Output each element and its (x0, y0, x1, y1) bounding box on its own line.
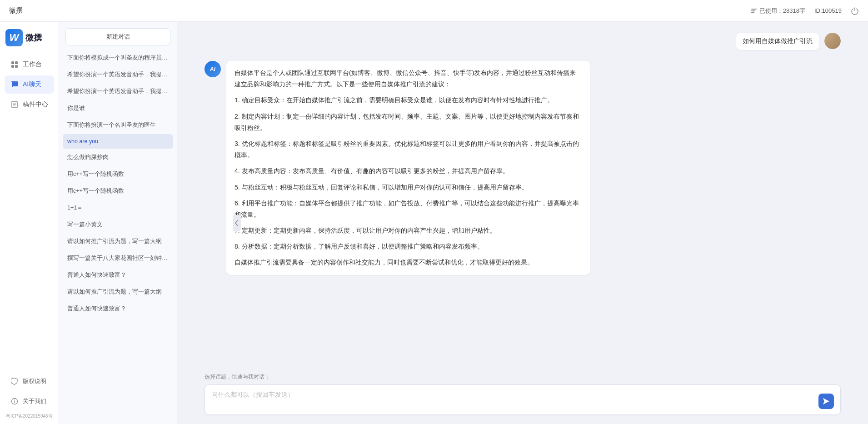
svg-rect-5 (11, 65, 14, 68)
conversation-item[interactable]: 普通人如何快速致富？ (63, 301, 173, 317)
conversation-item[interactable]: 撰写一篇关于八大家花园社区一刻钟便民生... (63, 250, 173, 266)
conversation-item[interactable]: 你是谁 (63, 100, 173, 116)
send-button[interactable] (818, 394, 834, 409)
conversation-item[interactable]: who are you (63, 134, 173, 149)
info-icon (10, 397, 19, 406)
chat-icon (10, 80, 19, 89)
sidebar-item-workbench[interactable]: 工作台 (5, 55, 54, 74)
svg-rect-0 (751, 9, 757, 10)
ai-avatar: AI (205, 61, 221, 77)
conversation-item[interactable]: 写一篇小黄文 (63, 217, 173, 233)
workbench-label: 工作台 (23, 60, 42, 69)
logo-icon: W (5, 29, 23, 46)
svg-rect-4 (15, 61, 18, 64)
ai-message-paragraph: 8. 分析数据：定期分析数据，了解用户反馈和喜好，以便调整推广策略和内容发布频率… (234, 241, 582, 252)
grid-icon (10, 60, 19, 69)
topbar: 微撰 已使用：28318字 ID:100519 (0, 0, 868, 22)
shield-icon (10, 377, 19, 386)
user-message-bubble: 如何用自媒体做推广引流 (736, 33, 819, 50)
topbar-usage: 已使用：28318字 (750, 7, 805, 15)
conversation-item[interactable]: 请以如何推广引流为题，写一篇大纲 (63, 284, 173, 300)
about-label: 关于我们 (23, 397, 46, 405)
ai-message-paragraph: 4. 发布高质量内容：发布高质量、有价值、有趣的内容可以吸引更多的粉丝，并提高用… (234, 165, 582, 177)
ai-message-paragraph: 自媒体平台是个人或团队通过互联网平台(如博客、微博、微信公众号、抖音、快手等)发… (234, 67, 582, 90)
conversation-item[interactable]: 下面你将模拟成一个叫圣友的程序员，我说... (63, 50, 173, 66)
svg-rect-6 (15, 65, 18, 68)
ai-message-paragraph: 1. 确定目标受众：在开始自媒体推广引流之前，需要明确目标受众是谁，以便在发布内… (234, 95, 582, 106)
ai-message-paragraph: 2. 制定内容计划：制定一份详细的内容计划，包括发布时间、频率、主题、文案、图片… (234, 111, 582, 134)
sidebar-item-drafts[interactable]: 稿件中心 (5, 95, 54, 114)
chat-input[interactable] (211, 389, 814, 410)
drafts-label: 稿件中心 (23, 100, 48, 109)
left-nav: W 微撰 工作台 (0, 22, 59, 424)
usage-text: 已使用：28318字 (759, 7, 805, 15)
logo-text: 微撰 (25, 32, 42, 43)
ai-message-paragraph: 自媒体推广引流需要具备一定的内容创作和社交能力，同时也需要不断尝试和优化，才能取… (234, 257, 582, 268)
conv-sidebar: 新建对话 下面你将模拟成一个叫圣友的程序员，我说...希望你扮演一个英语发音助手… (59, 22, 177, 424)
nav-items: 工作台 AI聊天 稿件 (0, 55, 59, 372)
ai-chat-label: AI聊天 (23, 80, 41, 89)
word-count-icon (750, 7, 758, 15)
conversation-item[interactable]: 用c++写一个随机函数 (63, 166, 173, 182)
message-row: 如何用自媒体做推广引流 (205, 33, 841, 50)
icp-text: 粤ICP备2022015946号 (0, 410, 59, 419)
sidebar-item-ai-chat[interactable]: AI聊天 (5, 75, 54, 94)
topbar-right: 已使用：28318字 ID:100519 (750, 7, 859, 15)
sidebar-item-copyright[interactable]: 版权说明 (5, 372, 54, 390)
user-id: ID:100519 (814, 7, 842, 14)
user-avatar (824, 33, 841, 49)
file-icon (10, 100, 19, 109)
power-icon[interactable] (851, 7, 859, 15)
nav-bottom: 版权说明 关于我们 (0, 372, 59, 410)
conversation-item[interactable]: 用c++写一个随机函数 (63, 183, 173, 199)
conversation-item[interactable]: 1+1＝ (63, 200, 173, 216)
chat-area: 如何用自媒体做推广引流AI自媒体平台是个人或团队通过互联网平台(如博客、微博、微… (177, 22, 868, 424)
sidebar-item-about[interactable]: 关于我们 (5, 392, 54, 410)
conversation-list: 下面你将模拟成一个叫圣友的程序员，我说...希望你扮演一个英语发音助手，我提供给… (59, 50, 177, 424)
conversation-item[interactable]: 怎么做狗屎炒肉 (63, 150, 173, 165)
conversation-item[interactable]: 普通人如何快速致富？ (63, 267, 173, 283)
copyright-label: 版权说明 (23, 377, 46, 385)
conversation-item[interactable]: 下面你将扮演一个名叫圣友的医生 (63, 117, 173, 133)
conversation-item[interactable]: 希望你扮演一个英语发音助手，我提供给你... (63, 67, 173, 83)
topbar-title: 微撰 (9, 6, 23, 15)
collapse-sidebar-button[interactable] (233, 215, 241, 231)
ai-message-bubble: 自媒体平台是个人或团队通过互联网平台(如博客、微博、微信公众号、抖音、快手等)发… (226, 61, 590, 275)
conversation-item[interactable]: 请以如何推广引流为题，写一篇大纲 (63, 234, 173, 249)
chat-input-area: 选择话题，快速与我对话： (177, 373, 868, 424)
ai-message-paragraph: 6. 利用平台推广功能：自媒体平台都提供了推广功能，如广告投放、付费推广等，可以… (234, 198, 582, 220)
new-conversation-button[interactable]: 新建对话 (65, 28, 170, 45)
svg-rect-3 (11, 61, 14, 64)
svg-rect-1 (751, 10, 755, 11)
logo-area: W 微撰 (0, 22, 59, 55)
ai-message-paragraph: 3. 优化标题和标签：标题和标签是吸引粉丝的重要因素。优化标题和标签可以让更多的… (234, 138, 582, 161)
logo-letter: W (10, 32, 19, 44)
svg-rect-2 (751, 12, 754, 13)
ai-message-paragraph: 5. 与粉丝互动：积极与粉丝互动，回复评论和私信，可以增加用户对你的认可和信任，… (234, 182, 582, 193)
message-row: AI自媒体平台是个人或团队通过互联网平台(如博客、微博、微信公众号、抖音、快手等… (205, 61, 841, 275)
main-layout: W 微撰 工作台 (0, 22, 868, 424)
send-icon (822, 397, 830, 405)
svg-point-13 (14, 399, 15, 400)
ai-message-paragraph: 7. 定期更新：定期更新内容，保持活跃度，可以让用户对你的内容产生兴趣，增加用户… (234, 225, 582, 236)
quick-topics-label: 选择话题，快速与我对话： (205, 373, 841, 381)
input-box (205, 384, 841, 415)
ai-avatar-label: AI (210, 66, 215, 72)
conversation-item[interactable]: 希望你扮演一个英语发音助手，我提供给你... (63, 84, 173, 100)
chat-messages: 如何用自媒体做推广引流AI自媒体平台是个人或团队通过互联网平台(如博客、微博、微… (177, 22, 868, 373)
